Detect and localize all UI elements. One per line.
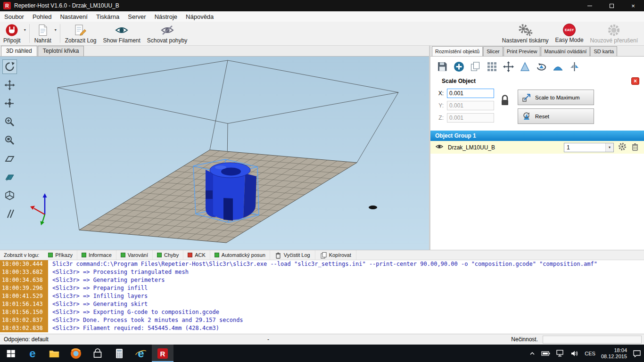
rotate-object-button[interactable] [534, 59, 548, 74]
scale-reset-button[interactable]: Reset [518, 108, 594, 124]
right-panel: Rozmístění objektů Slicer Print Preview … [430, 46, 644, 250]
log-filter-warnings[interactable]: Varování [116, 250, 153, 260]
log-filter-info[interactable]: Informace [77, 250, 116, 260]
zoom-in-button[interactable] [2, 115, 17, 129]
tab-sd-card[interactable]: SD karta [590, 46, 617, 56]
scale-y-input[interactable] [447, 101, 494, 110]
object-analysis-button[interactable] [567, 59, 581, 74]
store-bag-icon [91, 347, 104, 360]
scale-to-maximum-icon [522, 93, 531, 102]
rotate-view-button[interactable] [2, 59, 17, 74]
save-button[interactable] [435, 59, 449, 74]
tab-manual-control[interactable]: Manuální ovládání [541, 46, 590, 56]
taskbar-explorer-icon[interactable] [43, 345, 65, 362]
taskbar-repetier-icon[interactable]: R [152, 345, 173, 362]
load-dropdown-caret[interactable]: ▾ [55, 22, 58, 45]
menu-file[interactable]: Soubor [0, 11, 28, 22]
3d-viewport[interactable] [0, 57, 429, 250]
close-button[interactable]: × [622, 0, 644, 11]
autoposition-button[interactable] [485, 59, 499, 74]
front-view-button[interactable] [2, 170, 17, 184]
menu-server[interactable]: Server [124, 11, 150, 22]
hide-moves-button[interactable]: Schovat pohyby [144, 22, 190, 45]
object-visibility-toggle[interactable] [435, 142, 444, 153]
tray-notification-icon[interactable] [630, 345, 644, 362]
scale-object-button[interactable] [518, 59, 532, 74]
taskbar-ie-icon[interactable]: e [130, 345, 152, 362]
log-filter-ack[interactable]: ACK [183, 250, 210, 260]
move-view-button[interactable] [2, 78, 17, 92]
connect-button[interactable]: Připojit [0, 22, 24, 45]
scale-to-maximum-button[interactable]: Scale to Maximum [518, 90, 594, 105]
taskbar-calculator-icon[interactable] [108, 345, 130, 362]
tray-battery-icon[interactable] [538, 345, 553, 362]
filter-label: Varování [128, 252, 148, 258]
model-drzak-lm10uu[interactable] [206, 163, 256, 221]
object-list-row[interactable]: Drzak_LM10UU_B 1 ▾ [430, 141, 644, 154]
log-output[interactable]: 18:00:30.444Slic3r command:C:\Program Fi… [0, 260, 644, 334]
object-analysis-icon [569, 61, 580, 73]
connect-dropdown-caret[interactable]: ▾ [24, 22, 28, 45]
printer-settings-button[interactable]: Nastavení tiskárny [499, 22, 552, 45]
tray-volume-icon[interactable] [568, 345, 582, 362]
zoom-region-button[interactable] [2, 133, 17, 148]
menu-view[interactable]: Pohled [28, 11, 56, 22]
menu-config[interactable]: Nastavení [56, 11, 92, 22]
scale-close-button[interactable]: × [631, 77, 639, 85]
scale-x-input[interactable] [447, 89, 494, 98]
start-button[interactable] [0, 345, 22, 362]
tray-expand-caret[interactable] [526, 345, 538, 362]
taskbar-edge-icon[interactable]: e [22, 345, 43, 362]
filter-state-icon [157, 253, 162, 257]
easy-mode-button[interactable]: EASY Easy Mode [552, 22, 587, 45]
tray-language-label[interactable]: CES [582, 345, 598, 362]
copy-log-button[interactable]: Kopírovat [315, 250, 356, 260]
tab-object-placement[interactable]: Rozmístění objektů [432, 46, 483, 56]
tab-slicer[interactable]: Slicer [483, 46, 503, 56]
load-button[interactable]: Nahrát [31, 22, 55, 45]
move-object-button[interactable] [2, 96, 17, 111]
menu-printer[interactable]: Tiskárna [92, 11, 124, 22]
scale-lock-button[interactable] [500, 94, 510, 108]
copy-object-button[interactable] [468, 59, 482, 74]
scale-z-input[interactable] [447, 113, 494, 123]
object-delete-button[interactable] [631, 142, 639, 153]
hide-moves-label: Schovat pohyby [147, 38, 187, 43]
tray-network-icon[interactable] [553, 345, 568, 362]
tab-3d-view[interactable]: 3D náhled [1, 46, 37, 56]
tab-temperature-curve[interactable]: Teplotní křivka [38, 46, 84, 56]
tray-clock[interactable]: 18:04 08.12.2015 [598, 345, 630, 362]
clear-log-button[interactable]: Vyčistit Log [270, 250, 315, 260]
show-filament-label: Show Filament [103, 38, 140, 43]
filter-state-icon [188, 253, 192, 257]
center-object-button[interactable] [501, 59, 515, 74]
3d-scene[interactable] [0, 57, 429, 250]
taskbar-firefox-icon[interactable] [65, 345, 87, 362]
object-placement-panel: Scale Object × X: Y: [430, 57, 644, 250]
log-line: 18:01:56.150<Slic3r> => Exporting G-code… [0, 308, 644, 316]
menu-help[interactable]: Nápověda [182, 11, 218, 22]
minimize-button[interactable] [579, 0, 601, 11]
show-log-button[interactable]: Zobrazit Log [62, 22, 100, 45]
lay-flat-button[interactable] [551, 59, 565, 74]
tab-print-preview[interactable]: Print Preview [504, 46, 541, 56]
log-filter-commands[interactable]: Příkazy [44, 250, 77, 260]
save-icon [437, 61, 448, 73]
log-filter-bar: Zobrazit v logu: Příkazy Informace Varov… [0, 250, 644, 260]
object-settings-button[interactable] [618, 142, 627, 153]
fit-view-button[interactable] [2, 151, 17, 166]
log-filter-autoscroll[interactable]: Automatický posun [210, 250, 270, 260]
parallel-projection-button[interactable] [2, 206, 17, 221]
system-tray: CES 18:04 08.12.2015 [526, 345, 644, 362]
show-filament-button[interactable]: Show Filament [99, 22, 143, 45]
copies-dropdown[interactable]: 1 ▾ [564, 143, 614, 152]
taskbar-store-icon[interactable] [87, 345, 108, 362]
maximize-button[interactable] [601, 0, 622, 11]
menu-tools[interactable]: Nástroje [150, 11, 182, 22]
log-filter-errors[interactable]: Chyby [153, 250, 183, 260]
object-group-header[interactable]: Object Group 1 [430, 131, 644, 141]
add-object-button[interactable] [452, 59, 466, 74]
perspective-view-button[interactable] [2, 188, 17, 203]
document-icon [36, 24, 50, 37]
emergency-stop-button[interactable]: Nouzové přerušení [587, 22, 641, 45]
